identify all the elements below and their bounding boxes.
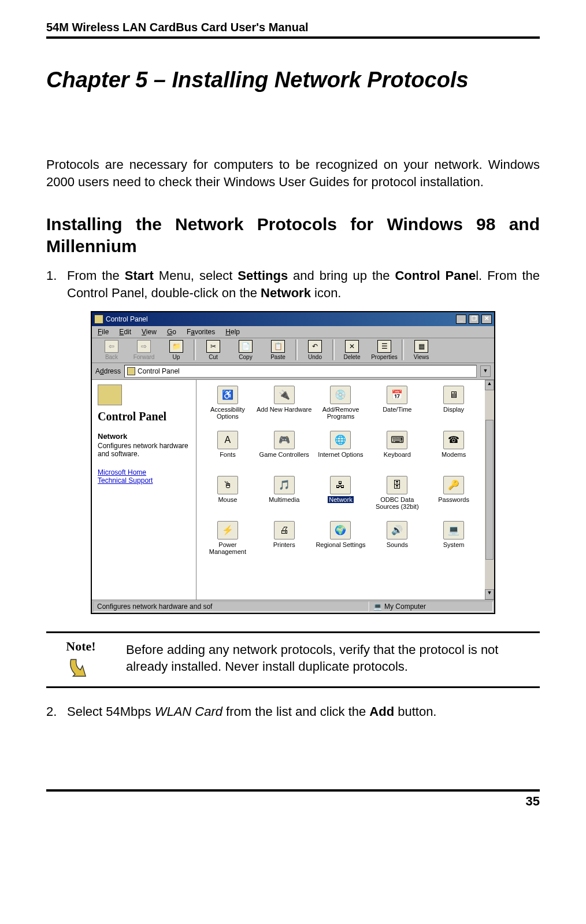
vertical-scrollbar[interactable]: ▲ ▼ [485,380,494,600]
menu-view[interactable]: View [142,328,157,336]
cp-power-management[interactable]: ⚡Power Management [200,521,255,555]
cut-button[interactable]: ✂Cut [197,340,229,360]
control-panel-icon-grid: ♿Accessibility Options 🔌Add New Hardware… [196,380,485,600]
menu-favorites[interactable]: Favorites [187,328,215,336]
display-icon: 🖥 [443,386,464,404]
toolbar-separator [194,339,196,360]
note-divider-bottom [46,686,540,688]
cp-printers[interactable]: 🖨Printers [257,521,312,548]
cp-network[interactable]: 🖧Network [313,476,369,503]
address-label: Address [95,367,121,375]
menu-file[interactable]: File [98,328,109,336]
views-button[interactable]: ▦Views [405,340,437,360]
sidebar-description: Configures network hardware and software… [98,442,190,458]
back-button[interactable]: ⇦Back [95,340,128,360]
note-body: Before adding any network protocols, ver… [126,639,540,675]
folder-up-icon: 📁 [169,340,183,353]
window-titlebar[interactable]: Control Panel _ ❐ ✕ [92,312,494,326]
toolbar-separator [332,339,335,360]
menu-edit[interactable]: Edit [119,328,131,336]
sidebar-folder-icon [98,385,122,405]
cp-regional-settings[interactable]: 🌍Regional Settings [313,521,369,548]
toolbar: ⇦Back ⇨Forward 📁Up ✂Cut 📄Copy 📋Paste ↶Un… [92,338,494,363]
address-dropdown[interactable]: ▼ [480,365,491,377]
cp-accessibility-options[interactable]: ♿Accessibility Options [200,386,255,420]
cp-passwords[interactable]: 🔑Passwords [426,476,481,503]
cp-odbc[interactable]: 🗄ODBC Data Sources (32bit) [369,476,425,510]
delete-icon: ✕ [345,340,359,353]
step1-mid1: Menu, select [154,268,238,283]
copy-button[interactable]: 📄Copy [229,340,262,360]
note-label: Note! [46,639,116,654]
step1-cpanel: Control Pane [395,268,476,283]
scissors-icon: ✂ [206,340,220,353]
cp-sounds[interactable]: 🔊Sounds [369,521,425,548]
cp-date-time[interactable]: 📅Date/Time [369,386,425,413]
modem-icon: ☎ [443,431,464,449]
passwords-icon: 🔑 [443,476,464,494]
step-number: 1. [46,267,67,301]
cp-keyboard[interactable]: ⌨Keyboard [369,431,425,458]
menu-help[interactable]: Help [225,328,240,336]
undo-button[interactable]: ↶Undo [299,340,331,360]
step1-text: From the [67,268,125,283]
status-zone: 💻 My Computer [369,601,493,612]
game-icon: 🎮 [274,431,295,449]
properties-icon: ☰ [377,340,391,353]
menubar[interactable]: File Edit View Go Favorites Help [92,326,494,338]
intro-paragraph: Protocols are necessary for computers to… [46,156,540,190]
note-arrow-icon [68,656,94,679]
sidebar-link-support[interactable]: Technical Support [98,476,190,485]
step-number: 2. [46,703,67,720]
address-value: Control Panel [138,367,180,375]
cp-fonts[interactable]: AFonts [200,431,255,458]
page-number: 35 [46,794,540,809]
step2-italic: WLAN Card [155,704,222,719]
control-panel-window: Control Panel _ ❐ ✕ File Edit View Go Fa… [91,311,495,614]
cp-game-controllers[interactable]: 🎮Game Controllers [257,431,312,458]
programs-icon: 💿 [330,386,351,404]
sounds-icon: 🔊 [387,521,407,539]
cp-add-remove-programs[interactable]: 💿Add/Remove Programs [313,386,369,420]
printers-icon: 🖨 [274,521,295,539]
section-title: Installing the Network Protocols for Win… [46,213,540,257]
paste-icon: 📋 [271,340,285,353]
datetime-icon: 📅 [387,386,407,404]
power-icon: ⚡ [217,521,238,539]
cp-multimedia[interactable]: 🎵Multimedia [257,476,312,503]
arrow-left-icon: ⇦ [105,340,118,353]
scroll-up-button[interactable]: ▲ [485,380,494,390]
step1-start: Start [125,268,154,283]
toolbar-separator [402,339,404,360]
minimize-button[interactable]: _ [456,315,466,324]
cp-internet-options[interactable]: 🌐Internet Options [313,431,369,458]
scroll-down-button[interactable]: ▼ [485,589,494,600]
delete-button[interactable]: ✕Delete [336,340,368,360]
sidebar: Control Panel Network Configures network… [92,380,196,600]
cp-system[interactable]: 💻System [426,521,481,548]
scroll-thumb[interactable] [485,420,494,560]
statusbar: Configures network hardware and sof 💻 My… [92,600,494,613]
status-text: Configures network hardware and sof [93,601,369,612]
views-icon: ▦ [414,340,428,353]
paste-button[interactable]: 📋Paste [262,340,294,360]
cp-modems[interactable]: ☎Modems [426,431,481,458]
status-zone-label: My Computer [384,603,426,611]
address-field[interactable]: Control Panel [124,365,477,378]
fonts-icon: A [217,431,238,449]
cp-mouse[interactable]: 🖱Mouse [200,476,255,503]
step1-post: icon. [311,286,342,300]
toolbar-separator [295,339,298,360]
menu-go[interactable]: Go [167,328,176,336]
cp-add-new-hardware[interactable]: 🔌Add New Hardware [257,386,312,413]
window-icon [94,315,103,324]
sidebar-link-ms-home[interactable]: Microsoft Home [98,468,190,476]
close-button[interactable]: ✕ [481,315,492,324]
forward-button[interactable]: ⇨Forward [128,340,160,360]
running-header: 54M Wireless LAN CardBus Card User's Man… [46,21,540,34]
system-icon: 💻 [443,521,464,539]
properties-button[interactable]: ☰Properties [368,340,400,360]
up-button[interactable]: 📁Up [160,340,192,360]
cp-display[interactable]: 🖥Display [426,386,481,413]
maximize-button[interactable]: ❐ [469,315,479,324]
